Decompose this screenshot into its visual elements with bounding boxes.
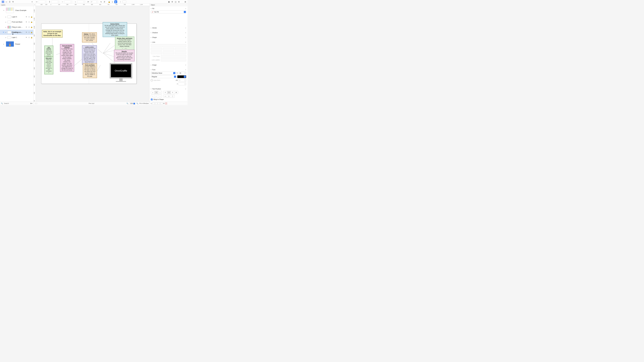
line-height-field[interactable] xyxy=(178,82,186,85)
vertical-align-seg[interactable]: ⌅≡⌄ xyxy=(151,91,162,94)
rotate-icon[interactable]: ⟳ xyxy=(87,0,90,3)
panel-toggle-icon[interactable]: ⋮⋮ xyxy=(34,103,39,104)
style-swatches[interactable] xyxy=(152,102,162,104)
chevron-right-icon[interactable]: ▸ xyxy=(3,43,5,45)
lock-icon[interactable]: 🔒 xyxy=(30,26,32,28)
print-icon[interactable]: ⎙ xyxy=(28,31,30,33)
wrap-3-icon[interactable]: ░ xyxy=(171,95,174,98)
anchor-x-icon[interactable]: ↦ xyxy=(35,0,38,3)
new-layer-icon[interactable]: ☰ xyxy=(8,0,11,3)
zoom-in-icon[interactable]: 🔍 xyxy=(136,103,138,104)
text-wrap-seg[interactable]: ▭▯░ xyxy=(164,95,174,98)
gear-icon[interactable]: ⚙▾ xyxy=(30,103,32,104)
lock-icon[interactable]: 🔒 xyxy=(30,16,32,18)
more-icon[interactable]: ≡ xyxy=(185,7,186,10)
section-image[interactable]: Image xyxy=(152,64,184,66)
visibility-icon[interactable]: 👁 xyxy=(25,16,28,18)
valign-middle-icon[interactable]: ≡ xyxy=(154,91,158,94)
inspect-object-icon[interactable]: ▣ xyxy=(168,0,170,3)
wrap-2-icon[interactable]: ▯ xyxy=(167,95,171,98)
node-locking[interactable]: Locking a layer:To lock a layer you clic… xyxy=(82,45,97,65)
line-curve-field[interactable] xyxy=(163,51,174,54)
document-panel-icon[interactable]: 🗎 xyxy=(178,0,180,3)
text-direction-seg[interactable]: →←↓ xyxy=(151,95,162,98)
more-icon[interactable]: ≡ xyxy=(185,88,186,90)
section-stroke[interactable]: Stroke xyxy=(152,27,184,29)
canvas-row-class-example[interactable]: ▾ Class Example xyxy=(0,6,33,14)
line-mid-field[interactable] xyxy=(163,48,174,50)
print-icon[interactable]: ⎙ xyxy=(28,36,30,38)
text-style-icon[interactable]: A xyxy=(163,103,164,104)
layer-row-1[interactable]: ▸ Layer 1 👁⎙🔒 xyxy=(0,35,33,40)
chevron-right-icon[interactable]: ▸ xyxy=(5,26,7,28)
export-icon[interactable]: ⧉ xyxy=(12,0,14,3)
node-stencils[interactable]: Stencils:The stencils button are located… xyxy=(114,50,134,61)
node-hello[interactable]: Hello, this is an example of how to use … xyxy=(42,30,62,37)
align-left-icon[interactable]: ≡ xyxy=(31,0,34,3)
chevron-down-icon[interactable]: ▾ xyxy=(3,10,5,11)
font-weight-dropdown[interactable]: Regular xyxy=(151,75,176,78)
dir-rtl-icon[interactable]: ← xyxy=(154,95,158,98)
valign-bottom-icon[interactable]: ⌄ xyxy=(158,91,162,94)
canvas-panel-icon[interactable]: ◫ xyxy=(174,0,177,3)
halign-justify-icon[interactable]: ≣ xyxy=(174,91,178,94)
new-canvas-icon[interactable]: ▭ xyxy=(5,0,8,3)
font-color-chip[interactable] xyxy=(177,75,186,78)
rotation-field[interactable]: 0° xyxy=(90,0,98,3)
grid-icon[interactable]: ⊞ xyxy=(184,0,187,3)
settings-icon[interactable]: ⚙ xyxy=(171,0,174,3)
flip-h-icon[interactable]: ⇋ xyxy=(100,0,102,3)
chevron-right-icon[interactable]: ▸ xyxy=(5,32,7,33)
line-start-field[interactable] xyxy=(151,48,162,50)
visibility-icon[interactable]: 👁 xyxy=(25,36,28,38)
monitor-graphic[interactable]: OmniGraffle xyxy=(110,63,132,82)
anchor-y-icon[interactable]: ↧ xyxy=(48,0,51,3)
dir-ltr-icon[interactable]: → xyxy=(151,95,154,98)
valign-top-icon[interactable]: ⌅ xyxy=(151,91,154,94)
more-icon[interactable]: ≡ xyxy=(185,69,186,71)
chevron-right-icon[interactable]: ▸ xyxy=(5,21,7,23)
canvas-row-flower[interactable]: ▸ Flower xyxy=(0,40,33,48)
chevron-right-icon[interactable]: ▸ xyxy=(5,16,7,18)
dir-ttb-icon[interactable]: ↓ xyxy=(158,95,162,98)
line-labels-field[interactable] xyxy=(161,58,186,61)
height-field[interactable] xyxy=(77,0,85,3)
section-label[interactable]: Line xyxy=(152,41,184,43)
clear-style-icon[interactable]: A xyxy=(165,102,167,104)
font-size-field[interactable]: 16 xyxy=(178,72,186,74)
lock-icon[interactable]: 🔒 xyxy=(30,21,32,23)
line-end-field[interactable] xyxy=(175,48,186,50)
print-icon[interactable]: ⎙ xyxy=(28,16,30,18)
fill-dropdown[interactable]: No Fill xyxy=(151,10,186,13)
width-field[interactable] xyxy=(64,0,72,3)
layer-row-5[interactable]: ▸ Layer 5 👁 ⎙ 🔒 xyxy=(0,14,33,19)
section-shadow[interactable]: Shadow xyxy=(152,32,184,33)
line-corner-field[interactable] xyxy=(151,51,162,54)
section-label[interactable]: Text Position xyxy=(152,88,184,90)
kern-field[interactable]: 0 xyxy=(178,79,186,82)
y-field[interactable] xyxy=(52,0,59,3)
lock-icon[interactable]: 🔒 xyxy=(30,36,32,38)
horizontal-align-seg[interactable]: ≡≡≡≣ xyxy=(164,91,178,94)
line-hops-field[interactable] xyxy=(161,55,186,58)
section-label[interactable]: Fill xyxy=(152,8,184,9)
visibility-icon[interactable]: 👁 xyxy=(25,21,28,23)
wrap-to-shape-checkbox[interactable]: Wrap to Shape xyxy=(151,99,164,100)
font-family-dropdown[interactable]: Helvetica Neue xyxy=(151,72,176,74)
more-icon[interactable]: ≡ xyxy=(185,27,186,29)
node-sidebar[interactable]: Sidebar: this allows you to see you laye… xyxy=(82,32,97,42)
section-label[interactable]: Font xyxy=(152,69,184,71)
color-chip[interactable] xyxy=(122,1,126,3)
more-icon[interactable]: ≡ xyxy=(185,41,186,43)
print-icon[interactable]: ⎙ xyxy=(28,21,30,23)
wrap-1-icon[interactable]: ▭ xyxy=(164,95,167,98)
more-icon[interactable]: ≡ xyxy=(185,36,186,38)
zoom-field[interactable]: 65% xyxy=(130,102,135,104)
line-type-field[interactable] xyxy=(151,44,186,47)
layer-row-creating[interactable]: ✎ ▸ Creating a c… 👁⎙🔒 xyxy=(0,30,33,35)
x-field[interactable] xyxy=(39,0,46,3)
prev-style-icon[interactable]: ◁ xyxy=(150,103,152,104)
chevron-right-icon[interactable]: ▸ xyxy=(5,37,7,38)
visibility-icon[interactable]: 👁 xyxy=(25,26,28,28)
height-icon[interactable]: ↕ xyxy=(74,0,77,3)
